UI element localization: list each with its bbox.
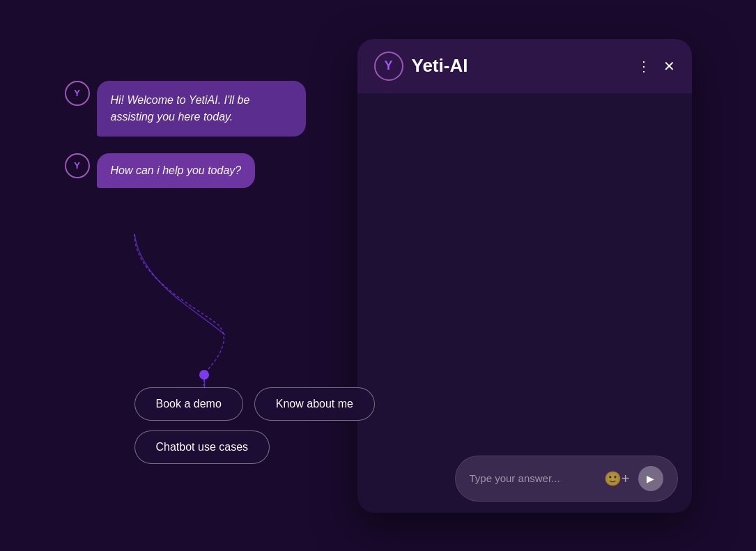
- bot-avatar-2: Y: [65, 153, 90, 178]
- chat-input-box[interactable]: Type your answer... 🙂+ ▶: [455, 456, 678, 502]
- chat-header: Y Yeti-AI ⋮ ✕: [357, 39, 692, 93]
- header-title: Yeti-AI: [412, 55, 628, 77]
- help-message: How can i help you today?: [97, 153, 256, 188]
- scene: Y Yeti-AI ⋮ ✕ Type your answer... 🙂+ ▶: [65, 25, 692, 527]
- chatbot-use-cases-button[interactable]: Chatbot use cases: [134, 430, 270, 464]
- more-options-button[interactable]: ⋮: [637, 58, 652, 75]
- book-demo-button[interactable]: Book a demo: [134, 387, 243, 421]
- close-button[interactable]: ✕: [663, 58, 675, 75]
- bot-avatar-1: Y: [65, 81, 90, 106]
- quick-reply-row-2: Chatbot use cases: [134, 430, 375, 464]
- chat-body: [357, 93, 692, 444]
- know-about-me-button[interactable]: Know about me: [254, 387, 375, 421]
- svg-point-0: [199, 370, 209, 380]
- overlay-replies: Book a demo Know about me Chatbot use ca…: [134, 387, 375, 464]
- floating-bubbles: Y Hi! Welcome to YetiAI. I'll be assisti…: [65, 81, 330, 205]
- header-actions: ⋮ ✕: [637, 58, 675, 75]
- know-about-me-label: Know about me: [276, 398, 353, 410]
- bubble-row-2: Y How can i help you today?: [65, 153, 330, 188]
- welcome-message: Hi! Welcome to YetiAI. I'll be assisting…: [97, 81, 306, 137]
- logo-letter: Y: [384, 59, 392, 73]
- book-demo-label: Book a demo: [156, 398, 222, 410]
- send-icon: ▶: [647, 473, 654, 484]
- emoji-button[interactable]: 🙂+: [604, 470, 630, 487]
- header-logo: Y: [374, 52, 403, 81]
- avatar-letter-2: Y: [74, 160, 80, 171]
- chat-window: Y Yeti-AI ⋮ ✕ Type your answer... 🙂+ ▶: [357, 39, 692, 513]
- quick-reply-row-1: Book a demo Know about me: [134, 387, 375, 421]
- chatbot-use-cases-label: Chatbot use cases: [156, 441, 249, 453]
- avatar-letter: Y: [74, 88, 80, 98]
- chat-input-area: Type your answer... 🙂+ ▶: [357, 444, 692, 513]
- send-button[interactable]: ▶: [638, 466, 663, 491]
- bubble-row-1: Y Hi! Welcome to YetiAI. I'll be assisti…: [65, 81, 330, 137]
- input-placeholder: Type your answer...: [470, 472, 596, 484]
